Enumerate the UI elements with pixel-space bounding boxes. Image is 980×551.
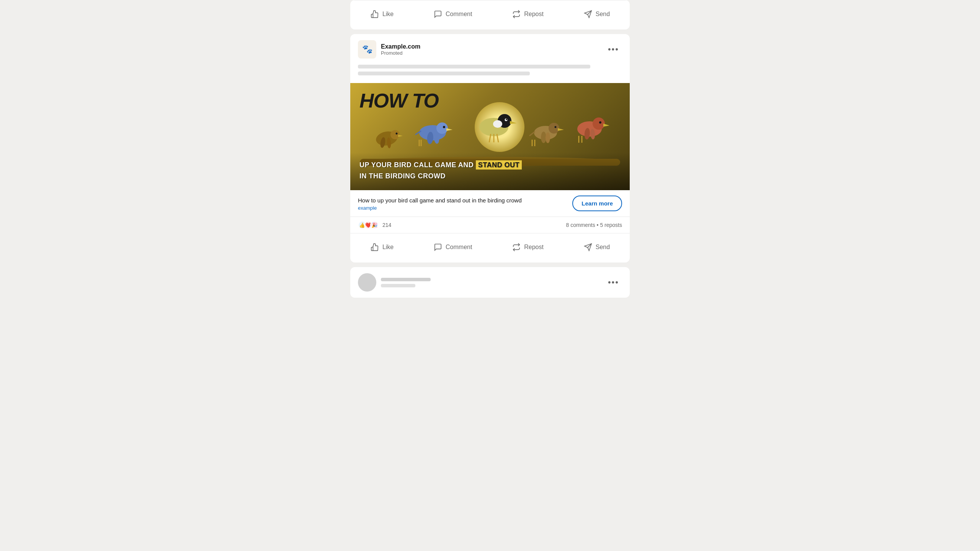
- engagement-stats: 8 comments • 5 reposts: [566, 222, 622, 228]
- partial-line-2: [381, 284, 415, 287]
- svg-line-32: [529, 132, 535, 136]
- send-button[interactable]: Send: [577, 240, 617, 255]
- post-header: 🐾 Example.com Promoted •••: [350, 34, 630, 63]
- send-icon-top: [583, 10, 593, 19]
- svg-point-7: [396, 133, 398, 135]
- reactions-bar: 👍 ❤️ 🎉 214 8 comments • 5 reposts: [350, 217, 630, 233]
- svg-point-34: [546, 132, 550, 143]
- more-options-button[interactable]: •••: [605, 43, 622, 56]
- svg-point-11: [436, 122, 448, 134]
- repost-button[interactable]: Repost: [505, 240, 550, 255]
- comment-icon-top: [433, 10, 443, 19]
- partial-more-button[interactable]: •••: [605, 276, 622, 289]
- svg-point-5: [390, 130, 400, 139]
- svg-marker-6: [398, 135, 403, 137]
- ad-description: How to up your bird call game and stand …: [358, 196, 566, 211]
- ad-text-overlay: UP YOUR BIRD CALL GAME AND STAND OUT IN …: [350, 153, 630, 190]
- repost-button-top[interactable]: Repost: [505, 7, 550, 22]
- bottom-partial-card: •••: [350, 267, 630, 298]
- comment-icon: [433, 243, 443, 252]
- author-subtitle: Promoted: [381, 50, 420, 56]
- top-partial-card: Like Comment: [350, 0, 630, 29]
- promoted-post-card: 🐾 Example.com Promoted •••: [350, 34, 630, 262]
- partial-author: [358, 273, 431, 292]
- svg-point-38: [593, 117, 605, 130]
- ad-subtitle: UP YOUR BIRD CALL GAME AND STAND OUT IN …: [359, 160, 621, 181]
- send-icon: [583, 243, 593, 252]
- author-details: Example.com Promoted: [381, 43, 420, 56]
- reaction-celebrate: 🎉: [370, 221, 379, 229]
- post-action-bar: Like Comment: [350, 233, 630, 262]
- send-button-top[interactable]: Send: [577, 7, 617, 22]
- ad-title: HOW TO: [359, 91, 439, 111]
- comment-button[interactable]: Comment: [426, 240, 479, 255]
- svg-point-33: [541, 132, 546, 143]
- post-text-area: [350, 63, 630, 83]
- svg-point-24: [506, 119, 507, 120]
- ad-cta-bar: How to up your bird call game and stand …: [350, 190, 630, 217]
- learn-more-button[interactable]: Learn more: [572, 196, 622, 211]
- svg-point-21: [493, 120, 502, 128]
- reaction-emoji-group: 👍 ❤️ 🎉: [358, 221, 376, 229]
- avatar: 🐾: [358, 40, 376, 59]
- ad-description-text: How to up your bird call game and stand …: [358, 196, 566, 204]
- like-button-top[interactable]: Like: [363, 7, 400, 22]
- top-action-bar: Like Comment: [350, 0, 630, 29]
- svg-point-29: [549, 123, 559, 134]
- post-author-info: 🐾 Example.com Promoted: [358, 40, 420, 59]
- partial-line-1: [381, 278, 431, 281]
- like-button[interactable]: Like: [363, 240, 400, 255]
- repost-icon: [512, 243, 521, 252]
- svg-point-40: [599, 121, 601, 124]
- avatar-icon: 🐾: [362, 44, 372, 54]
- partial-text-lines: [381, 278, 431, 287]
- like-icon: [370, 10, 379, 19]
- reactions-left: 👍 ❤️ 🎉 214: [358, 221, 391, 229]
- repost-icon-top: [512, 10, 521, 19]
- svg-marker-30: [558, 128, 564, 131]
- text-line-1: [358, 65, 590, 68]
- svg-point-31: [555, 126, 557, 128]
- comment-button-top[interactable]: Comment: [426, 7, 479, 22]
- svg-marker-22: [510, 121, 517, 124]
- partial-avatar: [358, 273, 376, 292]
- svg-marker-12: [446, 128, 452, 131]
- reaction-count: 214: [382, 222, 391, 228]
- text-line-2: [358, 72, 530, 75]
- svg-point-13: [443, 126, 445, 128]
- author-name: Example.com: [381, 43, 420, 50]
- svg-marker-39: [603, 124, 609, 127]
- ad-domain: example: [358, 205, 566, 211]
- partial-card-header: •••: [350, 267, 630, 298]
- like-icon: [370, 243, 379, 252]
- ad-image[interactable]: HOW TO UP YOUR BIRD CALL GAME AND STAND …: [350, 83, 630, 190]
